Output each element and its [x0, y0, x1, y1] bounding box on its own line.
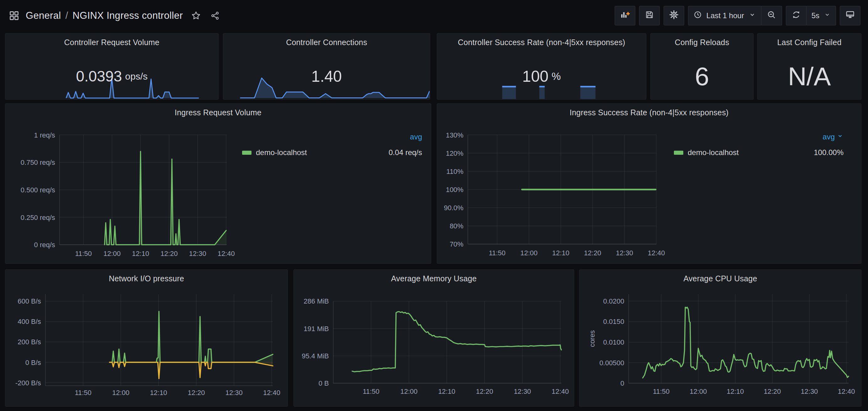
- x-tick-label: 12:20: [160, 250, 178, 258]
- y-tick-label: 0.00500: [599, 359, 624, 367]
- legend: avg demo-localhost 100.00%: [674, 133, 843, 157]
- dashboards-grid-icon[interactable]: [9, 10, 20, 21]
- stat-unit: %: [552, 70, 561, 82]
- chevron-down-icon: [837, 133, 843, 141]
- add-panel-icon: [620, 10, 630, 22]
- panel-title[interactable]: Controller Request Volume: [5, 34, 218, 47]
- panel-network-io-pressure: Network I/O pressure -200 B/s0 B/s200 B/…: [5, 269, 288, 407]
- x-tick-label: 12:00: [103, 250, 121, 258]
- refresh-interval-picker[interactable]: 5s: [807, 6, 836, 25]
- stat-value: 6: [695, 64, 709, 89]
- x-tick-label: 12:40: [838, 387, 855, 395]
- save-dashboard-button[interactable]: [639, 6, 660, 25]
- y-tick-label: 70%: [450, 240, 463, 248]
- timeseries-chart[interactable]: -200 B/s0 B/s200 B/s400 B/s600 B/s11:501…: [5, 270, 287, 406]
- breadcrumb-title[interactable]: NGINX Ingress controller: [72, 10, 183, 21]
- x-tick-label: 12:00: [112, 389, 129, 397]
- panel-title[interactable]: Network I/O pressure: [5, 270, 287, 283]
- breadcrumb-section[interactable]: General: [26, 10, 61, 21]
- timeseries-chart[interactable]: 70%80%90.0%100%110%120%130%11:5012:0012:…: [437, 104, 861, 264]
- x-tick-label: 11:50: [653, 387, 670, 395]
- panel-title[interactable]: Ingress Request Volume: [5, 104, 431, 117]
- x-tick-label: 11:50: [75, 250, 92, 258]
- share-icon[interactable]: [210, 11, 220, 20]
- time-range-label: Last 1 hour: [707, 11, 744, 20]
- timeseries-chart[interactable]: 0 B95.4 MiB191 MiB286 MiB11:5012:0012:10…: [294, 270, 574, 406]
- panel-title[interactable]: Ingress Success Rate (non-4|5xx response…: [437, 104, 861, 117]
- series-value: 0.04 req/s: [389, 148, 422, 157]
- x-tick-label: 12:00: [689, 387, 707, 395]
- panel-title[interactable]: Average Memory Usage: [294, 270, 574, 283]
- tv-monitor-icon: [845, 10, 855, 22]
- x-tick-label: 12:40: [648, 249, 665, 257]
- legend-series-row[interactable]: demo-localhost 0.04 req/s: [242, 148, 422, 157]
- panel-title[interactable]: Controller Success Rate (non-4|5xx respo…: [437, 34, 646, 47]
- legend-series-row[interactable]: demo-localhost 100.00%: [674, 148, 843, 157]
- panel-last-config-failed: Last Config Failed N/A: [757, 33, 861, 100]
- legend-avg-header[interactable]: avg: [242, 133, 422, 141]
- panel-title[interactable]: Config Reloads: [651, 34, 753, 47]
- y-tick-label: 0.0100: [603, 338, 624, 346]
- x-tick-label: 11:50: [489, 249, 505, 257]
- panel-average-memory-usage: Average Memory Usage 0 B95.4 MiB191 MiB2…: [293, 269, 574, 407]
- y-tick-label: 0 req/s: [34, 241, 55, 249]
- y-tick-label: 80%: [450, 222, 463, 230]
- add-panel-button[interactable]: [615, 6, 635, 25]
- x-tick-label: 12:30: [225, 389, 243, 397]
- panel-controller-connections: Controller Connections 1.40: [223, 33, 430, 100]
- x-tick-label: 12:40: [552, 387, 569, 395]
- panel-controller-success-rate: Controller Success Rate (non-4|5xx respo…: [437, 33, 646, 100]
- stat-unit: ops/s: [125, 71, 148, 82]
- legend-avg-header[interactable]: avg: [674, 133, 843, 141]
- y-tick-label: 286 MiB: [304, 298, 329, 305]
- legend: avg demo-localhost 0.04 req/s: [242, 133, 422, 157]
- x-tick-label: 12:10: [438, 387, 455, 395]
- series-value: 100.00%: [814, 148, 843, 157]
- panel-title[interactable]: Last Config Failed: [757, 34, 861, 47]
- x-tick-label: 12:10: [552, 249, 569, 257]
- refresh-interval-label: 5s: [811, 11, 819, 20]
- y-tick-label: 0.500 req/s: [21, 186, 55, 194]
- x-tick-label: 12:10: [726, 387, 744, 395]
- dashboard-settings-button[interactable]: [663, 6, 684, 25]
- y-tick-label: 95.4 MiB: [302, 352, 329, 360]
- refresh-icon: [792, 10, 801, 21]
- panel-ingress-request-volume: Ingress Request Volume 0 req/s0.250 req/…: [5, 103, 431, 264]
- save-icon: [645, 10, 654, 21]
- x-tick-label: 12:30: [801, 387, 818, 395]
- refresh-button[interactable]: [786, 6, 807, 25]
- y-tick-label: 120%: [446, 149, 463, 157]
- chevron-down-icon: [824, 11, 831, 20]
- panel-title[interactable]: Controller Connections: [223, 34, 430, 47]
- stat-value: 1.40: [311, 69, 342, 84]
- timeseries-chart[interactable]: 00.005000.01000.01500.020011:5012:0012:1…: [580, 270, 861, 406]
- y-tick-label: 0.0150: [603, 318, 624, 326]
- stat-value: 0.0393: [76, 69, 122, 84]
- x-tick-label: 12:20: [188, 389, 205, 397]
- timeseries-chart[interactable]: 0 req/s0.250 req/s0.500 req/s0.750 req/s…: [5, 104, 431, 264]
- panel-ingress-success-rate: Ingress Success Rate (non-4|5xx response…: [437, 103, 861, 264]
- y-tick-label: 110%: [446, 168, 463, 175]
- panel-controller-request-volume: Controller Request Volume 0.0393 ops/s: [5, 33, 219, 100]
- x-tick-label: 12:20: [584, 249, 601, 257]
- y-tick-label: 400 B/s: [18, 318, 41, 326]
- panel-average-cpu-usage: Average CPU Usage 00.005000.01000.01500.…: [579, 269, 861, 407]
- series-name: demo-localhost: [256, 148, 307, 157]
- x-tick-label: 12:40: [263, 389, 280, 397]
- clock-icon: [693, 10, 702, 21]
- y-tick-label: 90.0%: [444, 204, 463, 212]
- y-tick-label: 0 B: [319, 379, 329, 387]
- time-range-picker[interactable]: Last 1 hour: [688, 6, 762, 25]
- gear-icon: [669, 10, 679, 22]
- x-tick-label: 12:30: [514, 387, 531, 395]
- panel-title[interactable]: Average CPU Usage: [580, 270, 861, 283]
- series-name: demo-localhost: [688, 148, 739, 157]
- star-icon[interactable]: [191, 11, 201, 21]
- stat-value: N/A: [788, 64, 831, 89]
- y-tick-label: 0.750 req/s: [21, 159, 55, 166]
- zoom-out-button[interactable]: [762, 6, 782, 25]
- y-tick-label: 200 B/s: [18, 338, 41, 346]
- zoom-out-icon: [767, 10, 776, 21]
- kiosk-mode-button[interactable]: [840, 6, 861, 25]
- x-tick-label: 11:50: [74, 389, 91, 397]
